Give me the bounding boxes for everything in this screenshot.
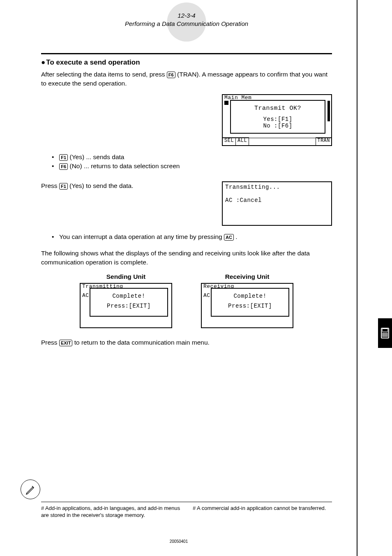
cursor-block-icon: [224, 101, 228, 105]
footnote-right: # A commercial add-in application cannot…: [193, 505, 332, 519]
option-f1-line: • F1 (Yes) ... sends data: [41, 153, 332, 161]
receiving-unit-title: Receiving Unit: [201, 273, 293, 280]
no-option: No :[F6]: [235, 123, 321, 129]
scrollbar-icon: [327, 101, 330, 121]
section-rule: [41, 53, 332, 54]
press-after: (Yes) to send the data.: [69, 182, 133, 189]
interrupt-before: You can interrupt a data operation at an…: [59, 233, 224, 240]
f6-key-icon-2: F6: [59, 163, 68, 170]
receiving-press-exit: Press:[EXIT]: [212, 303, 288, 309]
side-tab: [378, 318, 392, 348]
footer-notes: # Add-in applications, add-in languages,…: [41, 480, 332, 519]
units-row: Sending Unit Transmitting AC Complete! P…: [41, 273, 332, 328]
receiving-bg-line2: AC: [203, 293, 210, 299]
sending-unit-title: Sending Unit: [80, 273, 172, 280]
exit-key-icon: EXIT: [59, 340, 72, 346]
interrupt-line: • You can interrupt a data operation at …: [41, 233, 332, 241]
press-f1-line: Press F1 (Yes) to send the data.: [41, 181, 210, 190]
interrupt-after: .: [235, 233, 237, 240]
f1-key-icon-2: F1: [59, 183, 68, 190]
yes-option: Yes:[F1]: [235, 116, 321, 123]
option-f6-text: (No) ... returns to data selection scree…: [69, 162, 180, 169]
sending-press-exit: Press:[EXIT]: [90, 303, 167, 309]
option-f6-line: • F6 (No) ... returns to data selection …: [41, 162, 332, 170]
receiving-complete: Complete!: [212, 293, 288, 299]
footnote-left: # Add-in applications, add-in languages,…: [41, 505, 180, 519]
page-subtitle: Performing a Data Communication Operatio…: [41, 20, 332, 28]
bullet-icon: ●: [41, 58, 45, 67]
intro-text-before: After selecting the data items to send, …: [41, 71, 167, 78]
option-f1-text: (Yes) ... sends data: [69, 153, 124, 160]
page-ref: 12-3-4: [41, 12, 332, 20]
return-after: to return to the data communication main…: [74, 339, 210, 346]
press-before: Press: [41, 182, 59, 189]
sending-bg-line2: AC: [82, 293, 89, 299]
followup-paragraph: The following shows what the displays of…: [41, 249, 332, 267]
intro-paragraph: After selecting the data items to send, …: [41, 70, 332, 88]
section-title-text: To execute a send operation: [46, 58, 140, 66]
f6-key-icon: F6: [167, 72, 175, 78]
ac-cancel-line: AC :Cancel: [225, 197, 262, 204]
transmitting-line: Transmitting...: [225, 184, 280, 190]
return-before: Press: [41, 339, 59, 346]
transmitting-screen: Transmitting... AC :Cancel: [222, 181, 332, 226]
return-line: Press EXIT to return to the data communi…: [41, 338, 332, 347]
section-title: ●To execute a send operation: [41, 58, 332, 67]
sending-unit-screen: Transmitting AC Complete! Press:[EXIT]: [80, 283, 172, 328]
notes-divider: [41, 502, 332, 502]
calculator-icon: [381, 328, 389, 338]
ac-key-icon: AC: [224, 234, 234, 241]
softkey-sel: SEL: [223, 137, 236, 145]
transmit-ok-prompt: Transmit OK?: [235, 105, 321, 112]
f1-key-icon: F1: [59, 154, 68, 161]
sending-complete: Complete!: [90, 293, 167, 299]
pencil-note-icon: [21, 480, 40, 499]
softkey-all: ALL: [236, 137, 249, 145]
receiving-unit-screen: Receiving AC Complete! Press:[EXIT]: [201, 283, 293, 328]
page-header: 12-3-4 Performing a Data Communication O…: [41, 12, 332, 28]
softkey-tran: TRAN: [316, 137, 331, 145]
confirm-dialog-screen: Main Mem Transmit OK? Yes:[F1] No :[F6] …: [222, 94, 332, 146]
page-code: 20050401: [0, 539, 357, 544]
